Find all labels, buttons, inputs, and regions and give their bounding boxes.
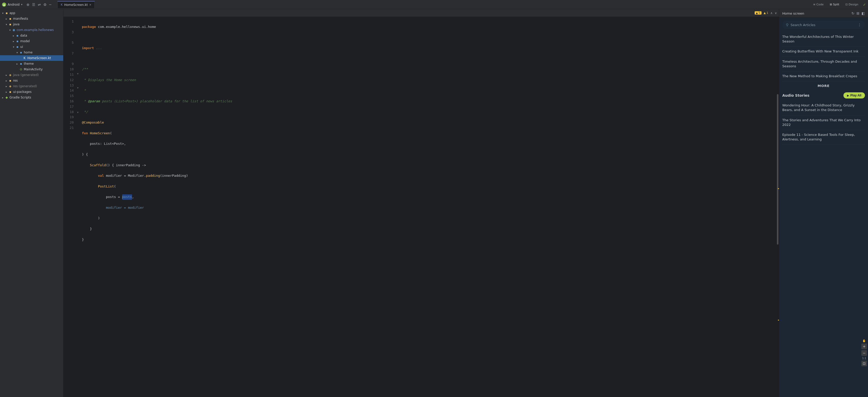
code-line-19: ): [82, 216, 772, 221]
tab-close-icon[interactable]: ×: [89, 3, 91, 6]
sidebar-item-ui-packages[interactable]: ▸ ▪ ui-packages: [0, 89, 63, 95]
arrow-icon: ▸: [5, 91, 8, 93]
sidebar-item-theme[interactable]: ▸ ▪ theme: [0, 61, 63, 67]
audio-item-3[interactable]: Episode 11 - Science Based Tools For Sle…: [782, 130, 865, 144]
fold-icon-close[interactable]: ▾: [76, 111, 80, 114]
code-text: com.example.hellonews.ui.home: [96, 24, 156, 30]
code-mode-btn[interactable]: ≡ Code: [812, 2, 825, 7]
tab-homescreen[interactable]: K HomeScreen.kt ×: [57, 1, 95, 8]
code-text: *: [82, 99, 88, 104]
preview-content[interactable]: ⚲ Search Articles ⋮ The Wonderful Archit…: [779, 18, 868, 397]
sidebar-item-java[interactable]: ▾ ▪ java: [0, 22, 63, 27]
package-icon: ◉: [12, 28, 16, 32]
sidebar-label-home: home: [24, 51, 32, 54]
warning-count: 5: [759, 11, 760, 14]
search-menu-icon[interactable]: ⋮: [858, 23, 861, 27]
panel-icons: ↻ ⊞ ◧: [851, 11, 865, 15]
fold-icon-composable[interactable]: ▾: [76, 72, 80, 75]
editor-scrollbar[interactable]: [776, 19, 779, 395]
sidebar-label-java-generated: java (generated): [13, 73, 39, 77]
sidebar-item-java-generated[interactable]: ▸ ◈ java (generated): [0, 72, 63, 78]
folder-icon: ◈: [8, 85, 12, 88]
code-line-13: ) {: [82, 152, 772, 157]
sidebar-item-package[interactable]: ▾ ◉ com.example.hellonews: [0, 27, 63, 33]
hand-icon[interactable]: ✋: [862, 339, 866, 342]
kt-icon: K: [23, 56, 27, 60]
arrows-icon[interactable]: ⇌: [38, 3, 41, 7]
code-text: [88, 131, 90, 136]
code-line-1: package com.example.hellonews.ui.home: [82, 24, 772, 30]
keyword: import: [82, 45, 94, 51]
sidebar-item-res-generated[interactable]: ▸ ◈ res (generated): [0, 84, 63, 89]
folder-icon: ▪: [8, 17, 12, 21]
platform-label: Android: [8, 3, 20, 6]
folder-icon: ◈: [8, 73, 12, 77]
play-all-button[interactable]: ▶ Play All: [843, 92, 865, 98]
gear-icon[interactable]: ⚙: [43, 3, 46, 7]
sidebar-label-gradle: Gradle Scripts: [9, 96, 31, 99]
code-line-5: /**: [82, 67, 772, 72]
layout-icon[interactable]: ⊞: [857, 11, 860, 15]
folder-icon: ▪: [19, 62, 23, 65]
fold-icon-scaffold[interactable]: ▾: [76, 86, 80, 90]
arrow-icon: ▾: [12, 45, 16, 48]
code-text: padding: [146, 173, 160, 178]
sidebar-label-manifests: manifests: [13, 17, 28, 21]
audio-item-2[interactable]: The Stories and Adventures That We Carry…: [782, 115, 865, 130]
fit-button[interactable]: ⊡: [861, 361, 867, 366]
code-container[interactable]: 1 3 5 7 9 10 11 12 13 14 15 16 17 18 19: [63, 17, 779, 397]
sidebar-item-home[interactable]: ▾ ▪ home: [0, 49, 63, 55]
sidebar-item-res[interactable]: ▸ ▪ res: [0, 78, 63, 84]
sidebar-item-homescreen-kt[interactable]: K HomeScreen.kt: [0, 55, 63, 61]
more-button[interactable]: MORE: [782, 81, 865, 90]
zoom-in-button[interactable]: +: [861, 343, 867, 349]
audio-item-1[interactable]: Wondering Hour: A Childhood Story, Grizz…: [782, 101, 865, 115]
article-item-2[interactable]: Creating Butterflies With New Transparen…: [782, 46, 865, 57]
sidebar-item-app[interactable]: ▾ ▪ app: [0, 10, 63, 16]
error-count: 1: [767, 11, 768, 14]
code-text: }: [82, 226, 92, 232]
view-mode-buttons: ≡ Code ⊞ Split ⊡ Design ✓: [812, 2, 866, 7]
code-editor[interactable]: package com.example.hellonews.ui.home im…: [80, 19, 776, 395]
minus-icon[interactable]: ─: [49, 3, 51, 7]
article-item-4[interactable]: The New Method to Making Breakfast Crepe…: [782, 71, 865, 81]
globe-icon[interactable]: ⊕: [26, 3, 29, 7]
folder-icon: ▪: [8, 90, 12, 94]
audio-header: Audio Stories ▶ Play All: [782, 92, 865, 98]
articles-list: The Wonderful Architectures of This Wint…: [782, 32, 865, 81]
split-mode-btn[interactable]: ⊞ Split: [828, 2, 841, 7]
zoom-out-button[interactable]: −: [861, 350, 867, 356]
folder-icon: ▪: [16, 34, 20, 37]
refresh-icon[interactable]: ↻: [851, 11, 855, 15]
chevron-up-icon[interactable]: ∧: [770, 11, 773, 15]
sidebar-item-ui[interactable]: ▾ ▪ ui: [0, 44, 63, 49]
arrow-icon: ▸: [5, 79, 8, 82]
play-icon: ▶: [847, 94, 849, 97]
list-icon[interactable]: ☰: [32, 3, 35, 7]
code-line-17: posts = posts,: [82, 194, 772, 200]
code-text: modifier = modifier: [82, 205, 144, 210]
code-text: @Composable: [82, 120, 104, 125]
arrow-icon: ▾: [16, 51, 19, 54]
audio-section: Audio Stories ▶ Play All Wondering Hour:…: [782, 92, 865, 144]
folder-icon: ▪: [5, 11, 9, 15]
top-bar: ▲ Android ▾ ⊕ ☰ ⇌ ⚙ ─ K HomeScreen.kt × …: [0, 0, 868, 9]
sidebar-item-mainactivity[interactable]: ⊙ MainActivity: [0, 67, 63, 72]
sidebar-item-data[interactable]: ▸ ▪ data: [0, 33, 63, 38]
design-mode-btn[interactable]: ⊡ Design: [844, 2, 860, 7]
article-item-1[interactable]: The Wonderful Architectures of This Wint…: [782, 32, 865, 46]
sidebar-item-model[interactable]: ▸ ▪ model: [0, 38, 63, 44]
sidebar-item-gradle-scripts[interactable]: ▸ ◆ Gradle Scripts: [0, 95, 63, 100]
keyword: val: [98, 173, 104, 178]
chevron-down-icon[interactable]: ∨: [775, 11, 777, 15]
arrow-icon: ▸: [5, 85, 8, 88]
article-item-3[interactable]: Timeless Architecture, Through Decades a…: [782, 57, 865, 71]
sidebar-item-manifests[interactable]: ▸ ▪ manifests: [0, 16, 63, 22]
search-bar[interactable]: ⚲ Search Articles ⋮: [782, 21, 865, 29]
code-line-18: modifier = modifier: [82, 205, 772, 210]
sidebar-label-res: res: [13, 79, 18, 82]
platform-selector[interactable]: ▲ Android ▾: [2, 3, 22, 7]
folder-icon: ▪: [19, 51, 23, 54]
layers-icon[interactable]: ◧: [862, 11, 865, 15]
code-text: [82, 56, 84, 62]
